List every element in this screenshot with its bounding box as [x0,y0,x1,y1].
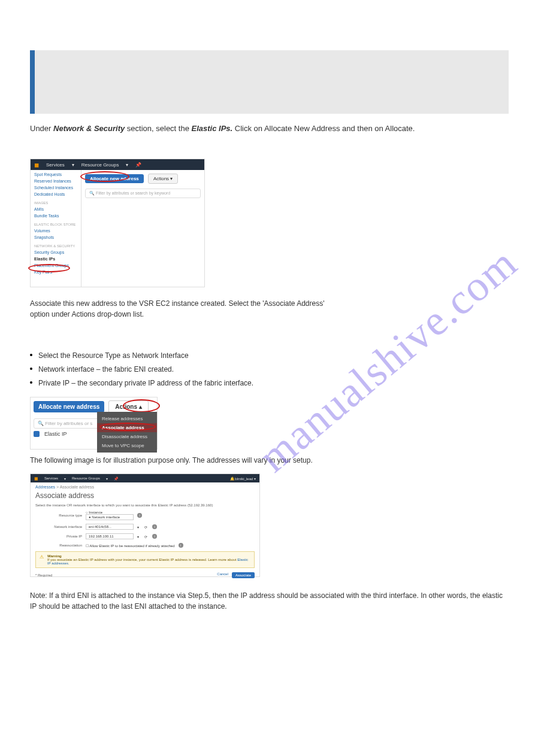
form-footer: * Required Cancel Associate [31,570,259,582]
radio-network-interface[interactable]: Network interface [86,514,134,520]
pin-icon[interactable]: 📌 [114,476,118,481]
menu-item-release[interactable]: Release addresses [97,414,157,423]
filter-input[interactable]: Filter by attributes or search by keywor… [85,189,201,198]
sidebar-item[interactable]: Snapshots [34,235,78,239]
actions-dropdown-menu: Release addresses Associate address Disa… [97,412,157,453]
bullet-text: Private IP – the secondary private IP ad… [38,377,253,390]
required-hint: * Required [35,573,52,577]
bullet-item: Select the Resource Type as Network Inte… [30,349,253,363]
sidebar-group-network: NETWORK & SECURITY [34,244,78,248]
cancel-button[interactable]: Cancel [217,572,228,578]
bullet-list: Select the Resource Type as Network Inte… [30,349,253,390]
aws-topbar: ◼ Services ▾ Resource Groups ▾ 📌 [31,159,204,170]
p1-bold-1: Network & Security [53,124,125,133]
note-callout [30,50,509,114]
highlight-circle-icon [99,423,156,431]
aws-topbar: ◼ Services ▾ Resource Groups ▾ 📌 🔔 blmik… [31,474,259,482]
info-icon[interactable]: i [152,524,157,529]
screenshot-associate-address: ◼ Services ▾ Resource Groups ▾ 📌 🔔 blmik… [30,473,260,577]
associate-button[interactable]: Associate [232,572,255,578]
topbar-resource-groups[interactable]: Resource Groups [72,476,100,480]
breadcrumb: Addresses > Associate address [31,482,259,489]
sidebar-item[interactable]: Security Groups [34,250,78,254]
warning-banner: ⚠ Warning If you associate an Elastic IP… [35,551,255,568]
chevron-down-icon: ▾ [64,476,66,481]
p2-line-2: option under Actions drop-down list. [30,310,144,318]
refresh-icon[interactable]: ⟳ [143,535,149,539]
reassociation-text: Allow Elastic IP to be reassociated if a… [89,544,174,548]
topbar-username[interactable]: blmiki_lead [235,477,253,481]
page-title: Associate address [31,489,259,503]
info-icon[interactable]: i [152,534,157,539]
chevron-down-icon: ▾ [137,525,139,529]
menu-item-disassociate[interactable]: Disassociate address [97,432,157,441]
chevron-down-icon: ▾ [253,477,256,481]
sidebar-group-images: IMAGES [34,201,78,205]
warning-icon: ⚠ [40,554,44,560]
crumb-addresses[interactable]: Addresses [35,485,55,489]
bullet-item: Private IP – the secondary private IP ad… [30,377,253,390]
reassociation-label: Reassociation [35,544,82,547]
chevron-down-icon: ▾ [137,535,139,539]
bullet-icon [30,381,32,384]
topbar-services[interactable]: Services [46,162,65,168]
page-subtitle: Select the instance OR network interface… [31,503,259,511]
chevron-down-icon: ▾ [72,162,74,168]
ec2-sidebar: Spot Requests Reserved Instances Schedul… [31,170,81,287]
p1-bold-2: Elastic IPs. [192,124,233,133]
sidebar-item-elastic-ips[interactable]: Elastic IPs [34,257,78,261]
sidebar-item[interactable]: Scheduled Instances [34,186,78,190]
pin-icon[interactable]: 📌 [135,162,141,168]
p2-line-1: Associate this new address to the VSR EC… [30,299,325,308]
sidebar-item[interactable]: Spot Requests [34,172,78,177]
bullet-icon [30,368,32,370]
checkbox-icon[interactable] [34,431,40,437]
resource-type-label: Resource type [35,514,82,517]
sidebar-item[interactable]: Dedicated Hosts [34,192,78,196]
paragraph-1: Under Network & Security section, select… [30,124,509,133]
network-interface-select[interactable]: eni-4014c58... [86,524,134,530]
private-ip-label: Private IP [35,535,82,538]
info-icon[interactable]: i [179,543,183,548]
p1-mid: section, select the [127,124,192,133]
chevron-down-icon: ▾ [170,176,173,181]
allocate-new-address-button[interactable]: Allocate new address [34,401,104,412]
aws-logo-icon: ◼ [34,162,39,168]
watermark-text: manualshive.com [249,238,527,482]
sidebar-item[interactable]: Reserved Instances [34,179,78,183]
actions-button[interactable]: Actions ▾ [148,174,178,184]
chevron-down-icon: ▾ [106,476,108,481]
topbar-services[interactable]: Services [44,476,58,480]
screenshot-ec2-allocate: ◼ Services ▾ Resource Groups ▾ 📌 Spot Re… [30,159,205,287]
ec2-main-pane: Allocate new address Actions ▾ Filter by… [81,170,204,287]
p1-suffix: Click on Allocate New Address and then o… [235,124,415,133]
crumb-current: Associate address [60,485,94,489]
bullet-item: Network interface – the fabric ENI creat… [30,363,253,377]
bullet-text: Network interface – the fabric ENI creat… [38,363,174,377]
info-icon[interactable]: i [137,513,142,518]
sidebar-item[interactable]: AMIs [34,207,78,211]
screenshot-actions-dropdown: Allocate new address Actions ▴ Filter by… [30,397,158,450]
refresh-icon[interactable]: ⟳ [143,525,149,529]
reassociation-checkbox[interactable]: ☐ Allow Elastic IP to be reassociated if… [86,544,175,548]
sidebar-group-ebs: ELASTIC BLOCK STORE [34,223,78,226]
network-interface-label: Network interface [35,525,82,529]
private-ip-select[interactable]: 192.168.100.11 [86,533,134,539]
actions-label: Actions [153,176,169,181]
paragraph-2: Associate this new address to the VSR EC… [30,298,509,320]
aws-logo-icon: ◼ [34,476,38,481]
highlight-circle-icon [80,171,129,182]
highlight-circle-icon [123,399,160,412]
row-label: Elastic IP [44,431,67,437]
bullet-text: Select the Resource Type as Network Inte… [38,349,189,363]
warning-body: If you associate an Elastic IP address w… [47,558,237,561]
sidebar-item[interactable]: Volumes [34,229,78,233]
topbar-resource-groups[interactable]: Resource Groups [81,162,119,168]
chevron-down-icon: ▾ [126,162,128,168]
bell-icon[interactable]: 🔔 [230,477,234,481]
paragraph-4: Note: If a third ENI is attached to the … [30,590,509,612]
paragraph-3: The following image is for illustration … [30,456,509,464]
sidebar-item[interactable]: Bundle Tasks [34,214,78,218]
menu-item-move-vpc[interactable]: Move to VPC scope [97,441,157,450]
bullet-icon [30,354,32,356]
